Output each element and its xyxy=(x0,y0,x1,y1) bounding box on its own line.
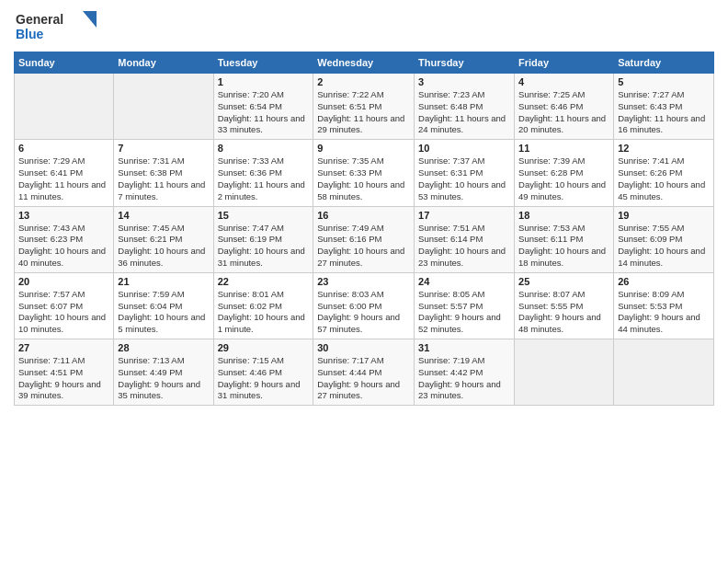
calendar-day-cell: 9Sunrise: 7:35 AM Sunset: 6:33 PM Daylig… xyxy=(313,140,415,206)
calendar-day-cell xyxy=(114,74,213,140)
day-info: Sunrise: 7:53 AM Sunset: 6:11 PM Dayligh… xyxy=(518,223,609,270)
day-number: 20 xyxy=(18,276,109,287)
calendar-day-cell: 18Sunrise: 7:53 AM Sunset: 6:11 PM Dayli… xyxy=(515,206,614,272)
logo: GeneralBlue xyxy=(14,9,97,44)
day-number: 9 xyxy=(317,143,410,154)
day-info: Sunrise: 7:49 AM Sunset: 6:16 PM Dayligh… xyxy=(317,223,410,270)
day-number: 28 xyxy=(118,342,209,353)
calendar-day-cell: 20Sunrise: 7:57 AM Sunset: 6:07 PM Dayli… xyxy=(15,272,114,339)
calendar-week-row: 1Sunrise: 7:20 AM Sunset: 6:54 PM Daylig… xyxy=(15,74,714,140)
day-number: 27 xyxy=(18,342,109,353)
weekday-header: Thursday xyxy=(415,52,515,74)
day-info: Sunrise: 8:01 AM Sunset: 6:02 PM Dayligh… xyxy=(218,289,310,336)
calendar-week-row: 6Sunrise: 7:29 AM Sunset: 6:41 PM Daylig… xyxy=(15,140,714,206)
day-info: Sunrise: 7:29 AM Sunset: 6:41 PM Dayligh… xyxy=(18,155,109,202)
calendar-day-cell: 29Sunrise: 7:15 AM Sunset: 4:46 PM Dayli… xyxy=(213,339,313,406)
calendar-day-cell xyxy=(614,339,714,406)
day-info: Sunrise: 8:05 AM Sunset: 5:57 PM Dayligh… xyxy=(418,289,510,336)
day-number: 22 xyxy=(218,276,310,287)
day-number: 24 xyxy=(418,276,510,287)
day-info: Sunrise: 7:45 AM Sunset: 6:21 PM Dayligh… xyxy=(118,223,209,270)
day-number: 25 xyxy=(518,276,609,287)
day-info: Sunrise: 7:59 AM Sunset: 6:04 PM Dayligh… xyxy=(118,289,209,336)
day-number: 3 xyxy=(418,76,510,87)
weekday-header: Monday xyxy=(114,52,213,74)
weekday-header: Saturday xyxy=(614,52,714,74)
calendar-day-cell: 24Sunrise: 8:05 AM Sunset: 5:57 PM Dayli… xyxy=(415,272,515,339)
day-number: 1 xyxy=(218,76,310,87)
calendar-day-cell xyxy=(515,339,614,406)
page-header: GeneralBlue xyxy=(14,9,714,44)
day-number: 7 xyxy=(118,143,209,154)
calendar-week-row: 20Sunrise: 7:57 AM Sunset: 6:07 PM Dayli… xyxy=(15,272,714,339)
day-info: Sunrise: 7:39 AM Sunset: 6:28 PM Dayligh… xyxy=(518,155,609,202)
day-info: Sunrise: 7:57 AM Sunset: 6:07 PM Dayligh… xyxy=(18,289,109,336)
calendar-day-cell: 30Sunrise: 7:17 AM Sunset: 4:44 PM Dayli… xyxy=(313,339,415,406)
day-info: Sunrise: 7:47 AM Sunset: 6:19 PM Dayligh… xyxy=(218,223,310,270)
day-number: 29 xyxy=(218,342,310,353)
logo-svg: GeneralBlue xyxy=(14,9,97,44)
day-info: Sunrise: 7:22 AM Sunset: 6:51 PM Dayligh… xyxy=(317,89,410,136)
day-info: Sunrise: 7:13 AM Sunset: 4:49 PM Dayligh… xyxy=(118,355,209,402)
day-number: 16 xyxy=(317,210,410,221)
calendar-day-cell: 14Sunrise: 7:45 AM Sunset: 6:21 PM Dayli… xyxy=(114,206,213,272)
calendar-day-cell: 2Sunrise: 7:22 AM Sunset: 6:51 PM Daylig… xyxy=(313,74,415,140)
day-number: 6 xyxy=(18,143,109,154)
day-info: Sunrise: 7:55 AM Sunset: 6:09 PM Dayligh… xyxy=(618,223,710,270)
day-info: Sunrise: 7:20 AM Sunset: 6:54 PM Dayligh… xyxy=(218,89,310,136)
svg-text:Blue: Blue xyxy=(16,27,44,41)
calendar-day-cell: 31Sunrise: 7:19 AM Sunset: 4:42 PM Dayli… xyxy=(415,339,515,406)
day-number: 17 xyxy=(418,210,510,221)
day-info: Sunrise: 7:51 AM Sunset: 6:14 PM Dayligh… xyxy=(418,223,510,270)
day-number: 18 xyxy=(518,210,609,221)
calendar-day-cell: 27Sunrise: 7:11 AM Sunset: 4:51 PM Dayli… xyxy=(15,339,114,406)
calendar-week-row: 13Sunrise: 7:43 AM Sunset: 6:23 PM Dayli… xyxy=(15,206,714,272)
day-number: 19 xyxy=(618,210,710,221)
day-number: 10 xyxy=(418,143,510,154)
calendar-day-cell: 17Sunrise: 7:51 AM Sunset: 6:14 PM Dayli… xyxy=(415,206,515,272)
day-number: 13 xyxy=(18,210,109,221)
svg-marker-0 xyxy=(83,11,97,28)
calendar-day-cell: 4Sunrise: 7:25 AM Sunset: 6:46 PM Daylig… xyxy=(515,74,614,140)
day-info: Sunrise: 7:25 AM Sunset: 6:46 PM Dayligh… xyxy=(518,89,609,136)
day-number: 15 xyxy=(218,210,310,221)
day-number: 2 xyxy=(317,76,410,87)
day-info: Sunrise: 7:37 AM Sunset: 6:31 PM Dayligh… xyxy=(418,155,510,202)
weekday-header: Tuesday xyxy=(213,52,313,74)
calendar-day-cell: 16Sunrise: 7:49 AM Sunset: 6:16 PM Dayli… xyxy=(313,206,415,272)
calendar-day-cell: 7Sunrise: 7:31 AM Sunset: 6:38 PM Daylig… xyxy=(114,140,213,206)
day-number: 12 xyxy=(618,143,710,154)
calendar-day-cell: 15Sunrise: 7:47 AM Sunset: 6:19 PM Dayli… xyxy=(213,206,313,272)
calendar-day-cell: 3Sunrise: 7:23 AM Sunset: 6:48 PM Daylig… xyxy=(415,74,515,140)
day-number: 4 xyxy=(518,76,609,87)
day-number: 8 xyxy=(218,143,310,154)
day-info: Sunrise: 7:33 AM Sunset: 6:36 PM Dayligh… xyxy=(218,155,310,202)
calendar-day-cell: 26Sunrise: 8:09 AM Sunset: 5:53 PM Dayli… xyxy=(614,272,714,339)
calendar-table: SundayMondayTuesdayWednesdayThursdayFrid… xyxy=(14,52,714,406)
day-info: Sunrise: 7:35 AM Sunset: 6:33 PM Dayligh… xyxy=(317,155,410,202)
day-info: Sunrise: 7:19 AM Sunset: 4:42 PM Dayligh… xyxy=(418,355,510,402)
day-number: 30 xyxy=(317,342,410,353)
calendar-day-cell: 23Sunrise: 8:03 AM Sunset: 6:00 PM Dayli… xyxy=(313,272,415,339)
day-number: 11 xyxy=(518,143,609,154)
day-number: 14 xyxy=(118,210,209,221)
day-number: 5 xyxy=(618,76,710,87)
weekday-header: Friday xyxy=(515,52,614,74)
calendar-day-cell: 6Sunrise: 7:29 AM Sunset: 6:41 PM Daylig… xyxy=(15,140,114,206)
calendar-day-cell: 8Sunrise: 7:33 AM Sunset: 6:36 PM Daylig… xyxy=(213,140,313,206)
day-info: Sunrise: 7:43 AM Sunset: 6:23 PM Dayligh… xyxy=(18,223,109,270)
weekday-header: Wednesday xyxy=(313,52,415,74)
calendar-header-row: SundayMondayTuesdayWednesdayThursdayFrid… xyxy=(15,52,714,74)
calendar-day-cell: 1Sunrise: 7:20 AM Sunset: 6:54 PM Daylig… xyxy=(213,74,313,140)
calendar-day-cell: 13Sunrise: 7:43 AM Sunset: 6:23 PM Dayli… xyxy=(15,206,114,272)
day-number: 26 xyxy=(618,276,710,287)
calendar-day-cell: 5Sunrise: 7:27 AM Sunset: 6:43 PM Daylig… xyxy=(614,74,714,140)
calendar-day-cell: 10Sunrise: 7:37 AM Sunset: 6:31 PM Dayli… xyxy=(415,140,515,206)
svg-text:General: General xyxy=(16,12,63,27)
day-info: Sunrise: 7:31 AM Sunset: 6:38 PM Dayligh… xyxy=(118,155,209,202)
day-info: Sunrise: 7:11 AM Sunset: 4:51 PM Dayligh… xyxy=(18,355,109,402)
day-info: Sunrise: 7:23 AM Sunset: 6:48 PM Dayligh… xyxy=(418,89,510,136)
day-info: Sunrise: 7:17 AM Sunset: 4:44 PM Dayligh… xyxy=(317,355,410,402)
day-info: Sunrise: 7:27 AM Sunset: 6:43 PM Dayligh… xyxy=(618,89,710,136)
day-info: Sunrise: 8:09 AM Sunset: 5:53 PM Dayligh… xyxy=(618,289,710,336)
